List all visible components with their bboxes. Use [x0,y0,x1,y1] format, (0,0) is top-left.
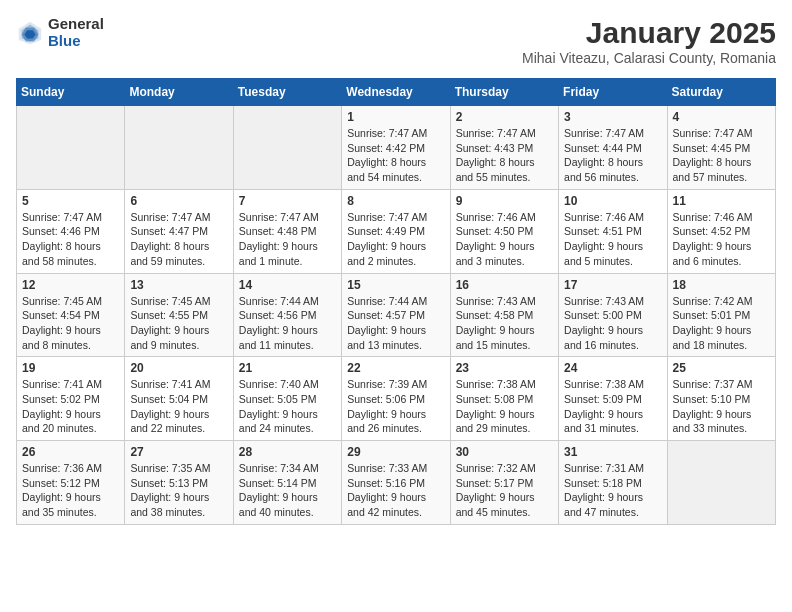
day-number: 1 [347,110,444,124]
calendar-cell: 17Sunrise: 7:43 AMSunset: 5:00 PMDayligh… [559,273,667,357]
cell-content: Sunrise: 7:38 AMSunset: 5:08 PMDaylight:… [456,377,553,436]
cell-content: Sunrise: 7:47 AMSunset: 4:48 PMDaylight:… [239,210,336,269]
day-number: 12 [22,278,119,292]
calendar-week-3: 12Sunrise: 7:45 AMSunset: 4:54 PMDayligh… [17,273,776,357]
page-header: General Blue January 2025 Mihai Viteazu,… [16,16,776,66]
calendar-cell: 10Sunrise: 7:46 AMSunset: 4:51 PMDayligh… [559,189,667,273]
day-number: 19 [22,361,119,375]
cell-content: Sunrise: 7:34 AMSunset: 5:14 PMDaylight:… [239,461,336,520]
day-number: 2 [456,110,553,124]
calendar-cell: 28Sunrise: 7:34 AMSunset: 5:14 PMDayligh… [233,441,341,525]
cell-content: Sunrise: 7:47 AMSunset: 4:43 PMDaylight:… [456,126,553,185]
day-number: 23 [456,361,553,375]
cell-content: Sunrise: 7:47 AMSunset: 4:44 PMDaylight:… [564,126,661,185]
day-number: 28 [239,445,336,459]
cell-content: Sunrise: 7:36 AMSunset: 5:12 PMDaylight:… [22,461,119,520]
day-number: 31 [564,445,661,459]
day-number: 11 [673,194,770,208]
cell-content: Sunrise: 7:38 AMSunset: 5:09 PMDaylight:… [564,377,661,436]
weekday-row: SundayMondayTuesdayWednesdayThursdayFrid… [17,79,776,106]
weekday-header-monday: Monday [125,79,233,106]
calendar-cell: 6Sunrise: 7:47 AMSunset: 4:47 PMDaylight… [125,189,233,273]
day-number: 8 [347,194,444,208]
month-title: January 2025 [522,16,776,50]
calendar-cell [17,106,125,190]
cell-content: Sunrise: 7:43 AMSunset: 5:00 PMDaylight:… [564,294,661,353]
calendar-cell: 9Sunrise: 7:46 AMSunset: 4:50 PMDaylight… [450,189,558,273]
logo-text: General Blue [48,16,104,49]
cell-content: Sunrise: 7:40 AMSunset: 5:05 PMDaylight:… [239,377,336,436]
logo-icon [16,19,44,47]
calendar-week-2: 5Sunrise: 7:47 AMSunset: 4:46 PMDaylight… [17,189,776,273]
cell-content: Sunrise: 7:45 AMSunset: 4:55 PMDaylight:… [130,294,227,353]
cell-content: Sunrise: 7:46 AMSunset: 4:52 PMDaylight:… [673,210,770,269]
cell-content: Sunrise: 7:46 AMSunset: 4:51 PMDaylight:… [564,210,661,269]
cell-content: Sunrise: 7:42 AMSunset: 5:01 PMDaylight:… [673,294,770,353]
day-number: 10 [564,194,661,208]
day-number: 14 [239,278,336,292]
calendar-cell: 24Sunrise: 7:38 AMSunset: 5:09 PMDayligh… [559,357,667,441]
cell-content: Sunrise: 7:45 AMSunset: 4:54 PMDaylight:… [22,294,119,353]
location-subtitle: Mihai Viteazu, Calarasi County, Romania [522,50,776,66]
calendar-cell: 16Sunrise: 7:43 AMSunset: 4:58 PMDayligh… [450,273,558,357]
cell-content: Sunrise: 7:43 AMSunset: 4:58 PMDaylight:… [456,294,553,353]
calendar-cell: 3Sunrise: 7:47 AMSunset: 4:44 PMDaylight… [559,106,667,190]
day-number: 4 [673,110,770,124]
cell-content: Sunrise: 7:44 AMSunset: 4:56 PMDaylight:… [239,294,336,353]
calendar-week-5: 26Sunrise: 7:36 AMSunset: 5:12 PMDayligh… [17,441,776,525]
calendar-body: 1Sunrise: 7:47 AMSunset: 4:42 PMDaylight… [17,106,776,525]
calendar-cell: 27Sunrise: 7:35 AMSunset: 5:13 PMDayligh… [125,441,233,525]
day-number: 27 [130,445,227,459]
calendar-cell: 12Sunrise: 7:45 AMSunset: 4:54 PMDayligh… [17,273,125,357]
calendar-cell [233,106,341,190]
weekday-header-thursday: Thursday [450,79,558,106]
cell-content: Sunrise: 7:37 AMSunset: 5:10 PMDaylight:… [673,377,770,436]
calendar-header: SundayMondayTuesdayWednesdayThursdayFrid… [17,79,776,106]
cell-content: Sunrise: 7:31 AMSunset: 5:18 PMDaylight:… [564,461,661,520]
calendar-week-1: 1Sunrise: 7:47 AMSunset: 4:42 PMDaylight… [17,106,776,190]
calendar-cell: 31Sunrise: 7:31 AMSunset: 5:18 PMDayligh… [559,441,667,525]
calendar-cell: 13Sunrise: 7:45 AMSunset: 4:55 PMDayligh… [125,273,233,357]
calendar-cell: 25Sunrise: 7:37 AMSunset: 5:10 PMDayligh… [667,357,775,441]
calendar-cell: 26Sunrise: 7:36 AMSunset: 5:12 PMDayligh… [17,441,125,525]
cell-content: Sunrise: 7:41 AMSunset: 5:04 PMDaylight:… [130,377,227,436]
calendar-cell: 11Sunrise: 7:46 AMSunset: 4:52 PMDayligh… [667,189,775,273]
day-number: 5 [22,194,119,208]
weekday-header-wednesday: Wednesday [342,79,450,106]
calendar-cell: 19Sunrise: 7:41 AMSunset: 5:02 PMDayligh… [17,357,125,441]
cell-content: Sunrise: 7:47 AMSunset: 4:42 PMDaylight:… [347,126,444,185]
day-number: 16 [456,278,553,292]
calendar-cell: 4Sunrise: 7:47 AMSunset: 4:45 PMDaylight… [667,106,775,190]
day-number: 9 [456,194,553,208]
logo: General Blue [16,16,104,49]
cell-content: Sunrise: 7:32 AMSunset: 5:17 PMDaylight:… [456,461,553,520]
cell-content: Sunrise: 7:44 AMSunset: 4:57 PMDaylight:… [347,294,444,353]
calendar-cell: 20Sunrise: 7:41 AMSunset: 5:04 PMDayligh… [125,357,233,441]
day-number: 15 [347,278,444,292]
cell-content: Sunrise: 7:47 AMSunset: 4:46 PMDaylight:… [22,210,119,269]
calendar-table: SundayMondayTuesdayWednesdayThursdayFrid… [16,78,776,525]
cell-content: Sunrise: 7:46 AMSunset: 4:50 PMDaylight:… [456,210,553,269]
cell-content: Sunrise: 7:47 AMSunset: 4:47 PMDaylight:… [130,210,227,269]
cell-content: Sunrise: 7:39 AMSunset: 5:06 PMDaylight:… [347,377,444,436]
day-number: 25 [673,361,770,375]
calendar-cell: 5Sunrise: 7:47 AMSunset: 4:46 PMDaylight… [17,189,125,273]
day-number: 29 [347,445,444,459]
calendar-cell [667,441,775,525]
calendar-cell: 18Sunrise: 7:42 AMSunset: 5:01 PMDayligh… [667,273,775,357]
day-number: 21 [239,361,336,375]
calendar-cell: 15Sunrise: 7:44 AMSunset: 4:57 PMDayligh… [342,273,450,357]
weekday-header-tuesday: Tuesday [233,79,341,106]
calendar-cell: 1Sunrise: 7:47 AMSunset: 4:42 PMDaylight… [342,106,450,190]
calendar-cell: 21Sunrise: 7:40 AMSunset: 5:05 PMDayligh… [233,357,341,441]
day-number: 30 [456,445,553,459]
cell-content: Sunrise: 7:41 AMSunset: 5:02 PMDaylight:… [22,377,119,436]
logo-general-text: General [48,16,104,33]
day-number: 18 [673,278,770,292]
day-number: 6 [130,194,227,208]
title-block: January 2025 Mihai Viteazu, Calarasi Cou… [522,16,776,66]
cell-content: Sunrise: 7:47 AMSunset: 4:49 PMDaylight:… [347,210,444,269]
cell-content: Sunrise: 7:33 AMSunset: 5:16 PMDaylight:… [347,461,444,520]
weekday-header-saturday: Saturday [667,79,775,106]
day-number: 7 [239,194,336,208]
